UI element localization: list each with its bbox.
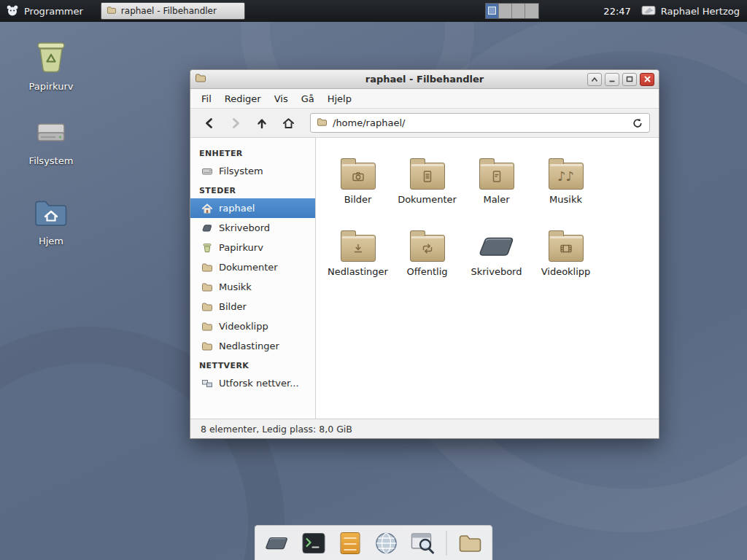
sidebar-item-label: raphael bbox=[219, 203, 255, 214]
desktop-icon-home[interactable]: Hjem bbox=[20, 198, 82, 247]
status-text: 8 elementer, Ledig plass: 8,0 GiB bbox=[201, 424, 352, 435]
file-offentlig[interactable]: Offentlig bbox=[392, 220, 462, 292]
menu-hjelp[interactable]: Hjelp bbox=[321, 90, 358, 107]
panel-right-area: 22:47 Raphael Hertzog bbox=[485, 0, 747, 22]
applications-menu-label: Programmer bbox=[24, 6, 83, 17]
home-folder-icon bbox=[34, 198, 69, 231]
share-emblem-icon bbox=[411, 236, 444, 261]
clock[interactable]: 22:47 bbox=[600, 6, 633, 17]
window-controls bbox=[587, 73, 654, 86]
folder-icon bbox=[201, 282, 213, 292]
menu-rediger[interactable]: Rediger bbox=[218, 90, 268, 107]
file-dokumenter[interactable]: Dokumenter bbox=[392, 148, 462, 220]
file-manager-button[interactable] bbox=[457, 530, 484, 556]
sidebar-item-musikk[interactable]: Musikk bbox=[190, 277, 315, 297]
folder-icon bbox=[549, 235, 584, 262]
folder-icon bbox=[201, 262, 213, 273]
workspace-1[interactable] bbox=[486, 4, 499, 18]
window-titlebar[interactable]: raphael - Filbehandler bbox=[190, 70, 659, 89]
file-label: Offentlig bbox=[407, 266, 448, 277]
music-emblem-icon: ♪♪ bbox=[549, 163, 583, 189]
drive-icon bbox=[34, 115, 69, 151]
desktop-icon-trash[interactable]: Papirkurv bbox=[20, 38, 82, 93]
back-button[interactable] bbox=[198, 112, 221, 134]
application-finder-button[interactable] bbox=[410, 530, 436, 556]
file-cabinet-button[interactable] bbox=[337, 530, 363, 556]
camera-emblem-icon bbox=[341, 163, 375, 189]
up-button[interactable] bbox=[250, 112, 274, 134]
workspace-4[interactable] bbox=[525, 4, 538, 18]
desktop-icon-filesystem[interactable]: Filsystem bbox=[20, 115, 82, 167]
file-manager-window: raphael - Filbehandler Fil Rediger Vis G… bbox=[190, 69, 659, 439]
taskbar-window-label: raphael - Filbehandler bbox=[121, 6, 217, 16]
file-skrivebord[interactable]: Skrivebord bbox=[462, 220, 531, 292]
file-label: Musikk bbox=[549, 194, 582, 205]
terminal-icon bbox=[302, 533, 325, 553]
folder-icon bbox=[201, 302, 213, 312]
top-panel: Programmer raphael - Filbehandler 22:47 … bbox=[0, 0, 747, 22]
template-emblem-icon bbox=[480, 163, 514, 189]
path-bar[interactable]: /home/raphael/ bbox=[310, 113, 650, 133]
sidebar-item-papirkurv[interactable]: Papirkurv bbox=[190, 238, 315, 257]
user-menu[interactable]: Raphael Hertzog bbox=[641, 4, 747, 18]
file-label: Nedlastinger bbox=[328, 266, 388, 277]
file-grid: Bilder Dokumenter Maler ♪♪ bbox=[316, 138, 659, 419]
taskbar-window-button[interactable]: raphael - Filbehandler bbox=[101, 2, 245, 20]
sidebar-item-nedlastinger[interactable]: Nedlastinger bbox=[190, 336, 315, 356]
sidebar-item-label: Bilder bbox=[219, 301, 247, 312]
path-folder-icon bbox=[317, 117, 328, 129]
menu-bar: Fil Rediger Vis Gå Hjelp bbox=[190, 89, 659, 109]
file-bilder[interactable]: Bilder bbox=[323, 148, 392, 220]
shade-button[interactable] bbox=[587, 73, 602, 86]
menu-ga[interactable]: Gå bbox=[295, 90, 321, 107]
sidebar-item-filsystem[interactable]: Filsystem bbox=[190, 161, 315, 181]
applications-menu-button[interactable]: Programmer bbox=[0, 0, 92, 22]
sidebar-item-bilder[interactable]: Bilder bbox=[190, 297, 315, 316]
user-icon bbox=[641, 4, 656, 18]
sidebar-heading-places: STEDER bbox=[190, 181, 315, 198]
workspace-3[interactable] bbox=[512, 4, 525, 18]
sidebar-item-label: Papirkurv bbox=[219, 242, 263, 253]
folder-icon bbox=[479, 163, 514, 190]
drive-icon bbox=[201, 166, 213, 177]
desktop-icon bbox=[201, 223, 213, 233]
file-musikk[interactable]: ♪♪ Musikk bbox=[531, 148, 600, 220]
home-button[interactable] bbox=[276, 112, 300, 134]
workspace-pager bbox=[485, 3, 539, 19]
show-desktop-button[interactable] bbox=[264, 530, 290, 556]
sidebar-item-network[interactable]: Utforsk nettver... bbox=[190, 373, 315, 393]
sidebar-heading-devices: ENHETER bbox=[190, 144, 315, 161]
sidebar-item-raphael[interactable]: raphael bbox=[190, 198, 315, 218]
desktop-icon-label: Hjem bbox=[36, 235, 66, 247]
file-videoklipp[interactable]: Videoklipp bbox=[531, 220, 600, 292]
file-nedlastinger[interactable]: Nedlastinger bbox=[323, 220, 392, 292]
sidebar-item-videoklipp[interactable]: Videoklipp bbox=[190, 316, 315, 336]
sidebar-item-label: Nedlastinger bbox=[219, 341, 279, 351]
file-label: Dokumenter bbox=[398, 194, 457, 205]
minimize-button[interactable] bbox=[605, 73, 619, 86]
close-button[interactable] bbox=[640, 73, 654, 86]
menu-fil[interactable]: Fil bbox=[195, 90, 218, 107]
folder-icon bbox=[410, 235, 445, 262]
sidebar-item-skrivebord[interactable]: Skrivebord bbox=[190, 218, 315, 238]
sidebar-item-label: Utforsk nettver... bbox=[219, 378, 299, 389]
home-icon bbox=[201, 203, 213, 214]
sidebar-item-dokumenter[interactable]: Dokumenter bbox=[190, 257, 315, 277]
download-emblem-icon bbox=[341, 236, 375, 261]
sidebar-item-label: Musikk bbox=[219, 281, 252, 292]
dock bbox=[255, 525, 493, 560]
forward-button[interactable] bbox=[224, 112, 247, 134]
folder-icon bbox=[201, 341, 213, 351]
terminal-button[interactable] bbox=[301, 530, 327, 556]
file-maler[interactable]: Maler bbox=[462, 148, 531, 220]
reload-button[interactable] bbox=[632, 117, 643, 129]
desktop: Programmer raphael - Filbehandler 22:47 … bbox=[0, 0, 747, 560]
network-icon bbox=[201, 378, 213, 389]
menu-vis[interactable]: Vis bbox=[268, 90, 295, 107]
maximize-button[interactable] bbox=[622, 73, 637, 86]
web-browser-button[interactable] bbox=[374, 530, 400, 556]
folder-icon bbox=[201, 322, 213, 332]
status-bar: 8 elementer, Ledig plass: 8,0 GiB bbox=[190, 419, 659, 438]
workspace-2[interactable] bbox=[499, 4, 512, 18]
path-text: /home/raphael/ bbox=[333, 117, 405, 128]
